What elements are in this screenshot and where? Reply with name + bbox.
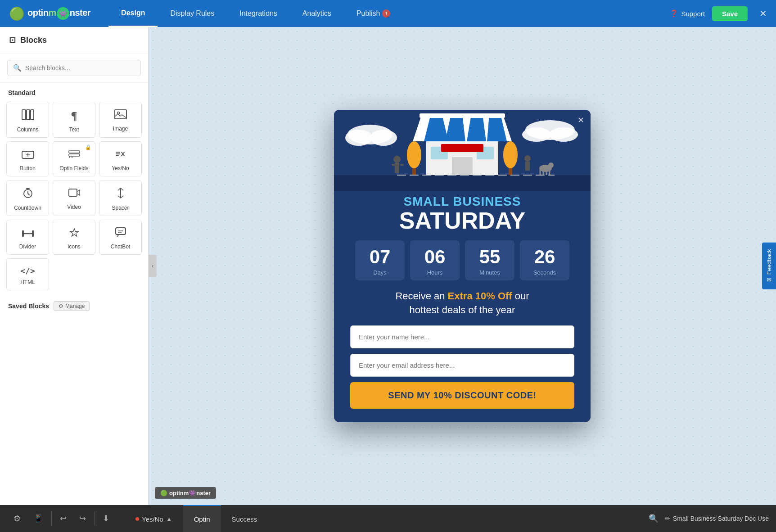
block-optin-fields[interactable]: 🔒 Optin Fields [53, 141, 95, 176]
image-label: Image [113, 126, 128, 132]
button-label: Button [20, 165, 36, 171]
popup-close-button[interactable]: ✕ [577, 115, 584, 125]
svg-rect-37 [412, 168, 416, 175]
block-countdown[interactable]: Countdown [6, 180, 49, 216]
offer-text-before: Receive an [395, 290, 447, 302]
countdown-label: Countdown [14, 205, 41, 211]
popup-illustration [334, 110, 591, 191]
manage-button[interactable]: ⚙ Manage [54, 301, 90, 311]
block-columns[interactable]: Columns [6, 102, 49, 138]
name-input[interactable] [350, 325, 574, 348]
svg-rect-42 [392, 164, 395, 166]
tab-success[interactable]: Success [221, 505, 268, 532]
sidebar-header: ⊡ Blocks [0, 27, 148, 54]
import-icon[interactable]: ⬇ [96, 514, 116, 523]
feedback-icon: ✉ [766, 276, 772, 283]
popup-modal: ✕ [334, 110, 591, 422]
countdown-days-value: 07 [363, 248, 397, 266]
video-label: Video [67, 204, 81, 210]
search-input-wrap: 🔍 [7, 60, 141, 76]
countdown-days: 07 Days [355, 240, 405, 280]
question-icon: ❓ [670, 9, 678, 18]
svg-rect-41 [395, 163, 399, 173]
offer-text: Receive an Extra 10% Off ourhottest deal… [350, 289, 574, 317]
close-nav-button[interactable]: ✕ [759, 8, 767, 19]
svg-rect-2 [31, 110, 34, 120]
search-input[interactable] [25, 64, 135, 72]
doc-name-text: Small Business Saturday Doc Use [673, 515, 769, 522]
support-button[interactable]: ❓ Support [670, 9, 705, 18]
om-watermark: 🟢 optinm👾nster [155, 487, 216, 499]
optin-fields-label: Optin Fields [59, 165, 88, 171]
countdown-hours: 06 Hours [410, 240, 460, 280]
tab-optin-label: Optin [194, 515, 210, 523]
tab-yes-no[interactable]: Yes/No ▲ [125, 505, 183, 532]
nav-integrations[interactable]: Integrations [227, 0, 290, 27]
yes-no-label: Yes/No [112, 165, 129, 171]
block-yes-no[interactable]: Yes/No [99, 141, 142, 176]
tab-optin[interactable]: Optin [183, 505, 221, 532]
block-spacer[interactable]: Spacer [99, 180, 142, 216]
nav-publish[interactable]: Publish 1 [344, 0, 403, 27]
nav-analytics[interactable]: Analytics [290, 0, 344, 27]
block-image[interactable]: Image [99, 102, 142, 138]
html-icon: </> [20, 266, 35, 275]
redo-icon[interactable]: ↪ [73, 514, 92, 523]
block-text[interactable]: ¶ Text [53, 102, 95, 138]
settings-icon[interactable]: ⚙ [7, 514, 27, 523]
undo-icon[interactable]: ↩ [54, 514, 73, 523]
mobile-icon[interactable]: 📱 [27, 514, 50, 523]
offer-highlight: Extra 10% Off [448, 290, 512, 302]
main-area: ⊡ Blocks 🔍 Standard Columns ¶ Text [0, 27, 776, 505]
spacer-icon [115, 188, 126, 201]
svg-point-38 [503, 141, 518, 168]
popup-title-line2: SATURDAY [350, 209, 574, 232]
svg-rect-14 [22, 230, 24, 237]
top-nav: 🟢 optinm👾nster Design Display Rules Inte… [0, 0, 776, 27]
logo-monster-icon: 🟢 [9, 6, 25, 21]
svg-rect-11 [69, 189, 77, 196]
svg-point-47 [548, 162, 554, 168]
collapse-sidebar-handle[interactable]: ‹ [149, 255, 157, 277]
yes-no-dot [135, 517, 139, 521]
countdown-minutes: 55 Minutes [465, 240, 514, 280]
nav-design[interactable]: Design [108, 0, 158, 27]
svg-rect-6 [69, 151, 80, 153]
block-icons[interactable]: Icons [53, 220, 95, 255]
cta-button[interactable]: Send My 10% Discount Code! [350, 382, 574, 409]
countdown-seconds-value: 26 [528, 248, 561, 266]
blocks-icon: ⊡ [9, 35, 16, 45]
bottom-separator-2 [94, 512, 95, 525]
canvas-area: ‹ ✕ [149, 27, 776, 505]
email-input[interactable] [350, 354, 574, 377]
logo-text: optinm👾nster [27, 7, 90, 20]
nav-display-rules[interactable]: Display Rules [158, 0, 227, 27]
popup-body: SMALL BUSINESS SATURDAY 07 Days 06 Hours… [334, 191, 591, 422]
svg-point-24 [549, 127, 578, 142]
columns-label: Columns [17, 126, 38, 133]
text-icon: ¶ [71, 109, 77, 123]
block-chatbot[interactable]: ChatBot [99, 220, 142, 255]
popup-header-image [334, 110, 591, 191]
svg-rect-35 [441, 144, 483, 152]
bottom-right: 🔍 ✏ Small Business Saturday Doc Use [649, 514, 769, 523]
save-button[interactable]: Save [712, 6, 748, 21]
svg-point-21 [370, 130, 397, 146]
icons-icon [69, 227, 80, 240]
search-bottom-icon[interactable]: 🔍 [649, 514, 659, 523]
block-html[interactable]: </> HTML [6, 258, 49, 290]
popup-title-line1: SMALL BUSINESS [350, 195, 574, 208]
video-icon [68, 188, 80, 200]
search-area: 🔍 [0, 54, 148, 83]
block-video[interactable]: Video [53, 180, 95, 216]
svg-rect-45 [525, 162, 530, 171]
text-label: Text [69, 126, 79, 133]
svg-point-44 [524, 155, 531, 162]
bottom-tabs: Yes/No ▲ Optin Success [125, 505, 649, 532]
spacer-label: Spacer [112, 205, 129, 211]
feedback-tab[interactable]: ✉ Feedback [762, 243, 776, 289]
block-button[interactable]: Button [6, 141, 49, 176]
block-divider[interactable]: Divider [6, 220, 49, 255]
logo: 🟢 optinm👾nster [9, 6, 90, 21]
om-logo-icon: 🟢 [160, 490, 167, 496]
